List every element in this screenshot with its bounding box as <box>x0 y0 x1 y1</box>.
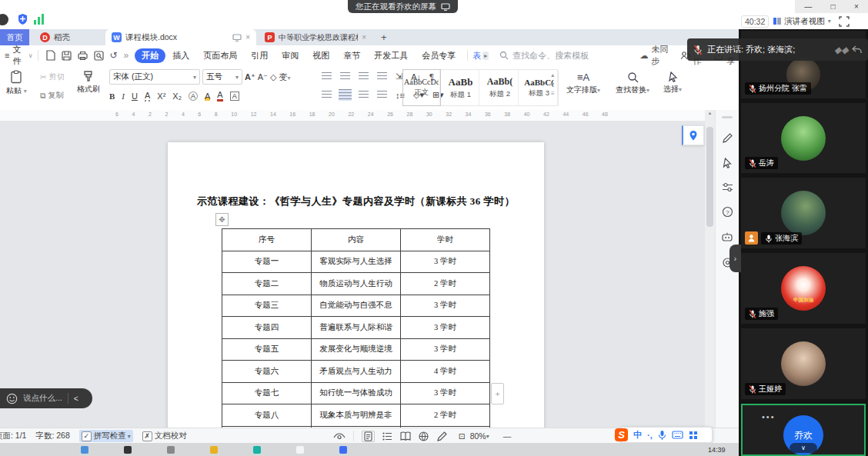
adjust-sliders-icon[interactable] <box>722 182 733 192</box>
table-cell[interactable]: 专题八 <box>222 404 312 427</box>
scroll-up-icon[interactable]: ▴ <box>705 110 715 116</box>
chat-input-placeholder[interactable]: 说点什么... <box>23 393 62 404</box>
styles-scroll[interactable]: ▴▾≡ <box>551 72 555 97</box>
taskbar-app-icon[interactable] <box>296 446 304 454</box>
fullscreen-icon[interactable] <box>839 16 850 27</box>
close-tab-icon[interactable]: × <box>362 33 366 42</box>
undo-icon[interactable]: ↺ <box>107 50 121 61</box>
table-cell[interactable]: 客观实际与人生选择 <box>312 251 401 273</box>
tab-pdf[interactable]: P 中等职业学校思政课程标准.pdf × <box>259 29 372 45</box>
print-icon[interactable] <box>75 51 91 61</box>
font-size-select[interactable]: 五号▾ <box>202 69 242 85</box>
page-view-icon[interactable] <box>362 431 375 442</box>
table-cell[interactable]: 普遍联系与人际和谐 <box>312 317 401 339</box>
style-cell[interactable]: AaBbCcDd正文 <box>403 70 440 105</box>
align-center-icon[interactable] <box>339 89 352 101</box>
taskbar-app-icon[interactable] <box>339 446 347 454</box>
table-cell[interactable]: 3 学时 <box>401 251 490 273</box>
select-button[interactable]: 选择▾ <box>663 72 682 95</box>
annotate-pen-icon[interactable] <box>722 132 733 144</box>
zoom-level[interactable]: 80% <box>470 431 486 441</box>
tab-document[interactable]: W 课程模块.docx × <box>105 29 256 45</box>
document-page[interactable]: 示范课程建设：《哲学与人生》专题内容及学时（新课标共 36 学时） ✥ 序号内容… <box>168 142 544 428</box>
wordart-button[interactable]: A <box>189 92 198 101</box>
table-cell[interactable]: 发展变化与顺境逆境 <box>312 338 401 361</box>
view-mode-button[interactable]: 演讲者视图 ▾ <box>773 16 831 27</box>
vertical-scrollbar[interactable]: ▴ <box>705 110 715 428</box>
ribbon-tab[interactable]: 章节 <box>336 48 367 63</box>
grow-font-icon[interactable]: A⁺ <box>245 72 255 82</box>
close-tab-icon[interactable]: × <box>245 33 250 42</box>
align-left-icon[interactable] <box>322 91 332 99</box>
zoom-out-icon[interactable]: — <box>503 431 512 441</box>
sidebar-collapse-tab[interactable]: › <box>729 245 741 272</box>
format-painter-button[interactable]: 格式刷 <box>77 70 100 95</box>
style-cell[interactable]: AaBb标题 1 <box>442 70 479 105</box>
style-cell[interactable]: AaBb(标题 2 <box>482 70 519 105</box>
restore-button[interactable]: □ <box>831 2 836 11</box>
word-count[interactable]: 字数: 268 <box>35 431 69 441</box>
bullet-list-icon[interactable] <box>322 72 332 81</box>
course-hours-table[interactable]: 序号内容学时专题一客观实际与人生选择3 学时专题二物质运动与人生行动2 学时专题… <box>222 228 490 428</box>
table-cell[interactable]: 专题四 <box>222 317 312 339</box>
text-layout-button[interactable]: ≡A 文字排版▾ <box>566 72 600 95</box>
spellcheck-toggle[interactable]: ✓ 拼写检查 ▾ <box>79 430 133 442</box>
ribbon-tab[interactable]: 页面布局 <box>196 48 244 63</box>
ime-mic-icon[interactable] <box>658 430 666 441</box>
sync-status[interactable]: ☁未同步 <box>639 44 670 67</box>
ribbon-tab[interactable]: 开始 <box>135 48 165 63</box>
reply-arrow-icon[interactable] <box>852 45 862 54</box>
ime-punctuation[interactable]: ·, <box>647 431 653 440</box>
assistant-robot-icon[interactable] <box>721 231 733 243</box>
extension-icon[interactable] <box>0 14 8 25</box>
increase-indent-icon[interactable] <box>377 72 387 81</box>
ribbon-tab[interactable]: 开发工具 <box>367 48 415 63</box>
cut-button[interactable]: ✂剪切 <box>40 72 65 82</box>
table-cell[interactable]: 3 学时 <box>401 295 490 317</box>
ribbon-tab[interactable]: 插入 <box>165 48 196 63</box>
table-move-handle[interactable]: ✥ <box>215 213 229 226</box>
table-cell[interactable]: 物质运动与人生行动 <box>312 273 401 295</box>
char-shading-button[interactable]: A <box>230 92 239 101</box>
ribbon-tab[interactable]: 视图 <box>305 48 336 63</box>
table-cell[interactable]: 专题五 <box>222 338 312 361</box>
char-accent-button[interactable]: A <box>145 91 150 102</box>
ime-keyboard-icon[interactable] <box>672 431 683 439</box>
ribbon-tab[interactable]: 会员专享 <box>415 48 462 63</box>
collapse-chat-icon[interactable]: < <box>74 394 78 403</box>
save-icon[interactable] <box>58 51 75 61</box>
drag-handle[interactable] <box>722 116 733 118</box>
sogou-logo-icon[interactable]: S <box>615 428 628 441</box>
taskbar-app-icon[interactable] <box>124 446 132 454</box>
superscript-button[interactable]: X² <box>157 92 165 101</box>
ribbon-tab[interactable]: 审阅 <box>275 48 305 63</box>
locate-pin-button[interactable] <box>682 125 704 145</box>
subscript-button[interactable]: X₂ <box>172 92 182 101</box>
ribbon-tab[interactable]: 引用 <box>244 48 275 63</box>
preview-icon[interactable] <box>91 51 107 61</box>
table-tool-tab[interactable]: 表 <box>472 50 481 62</box>
eye-protect-icon[interactable] <box>333 432 346 441</box>
add-column-button[interactable]: + <box>491 383 504 404</box>
tab-home[interactable]: 首页 <box>0 29 29 45</box>
table-cell[interactable]: 4 学时 <box>401 361 490 383</box>
quick-chat-bar[interactable]: 说点什么... < <box>0 388 92 408</box>
participant-tile[interactable]: 岳涛 <box>741 103 866 173</box>
help-icon[interactable]: ? <box>722 206 733 218</box>
table-cell[interactable]: 专题六 <box>222 361 312 383</box>
participant-tile[interactable]: 张海滨 <box>741 178 866 248</box>
minimize-button[interactable]: — <box>804 2 812 11</box>
table-cell[interactable]: 2 学时 <box>401 273 490 295</box>
italic-button[interactable]: I <box>122 92 125 101</box>
taskbar-app-icon[interactable] <box>167 446 175 454</box>
participant-tile[interactable]: 乔欢∨ <box>741 404 866 456</box>
bold-button[interactable]: B <box>109 92 115 101</box>
table-cell[interactable]: 专题二 <box>222 273 312 295</box>
new-doc-icon[interactable] <box>43 50 58 61</box>
ime-toolbox-icon[interactable] <box>689 431 698 440</box>
table-cell[interactable]: 2 学时 <box>401 404 490 427</box>
command-search-input[interactable]: 查找命令、搜索模板 <box>499 50 609 62</box>
close-button[interactable]: × <box>854 2 859 11</box>
table-cell[interactable]: 专题一 <box>222 251 312 273</box>
proofread-toggle[interactable]: ✗ 文档校对 <box>142 431 187 441</box>
